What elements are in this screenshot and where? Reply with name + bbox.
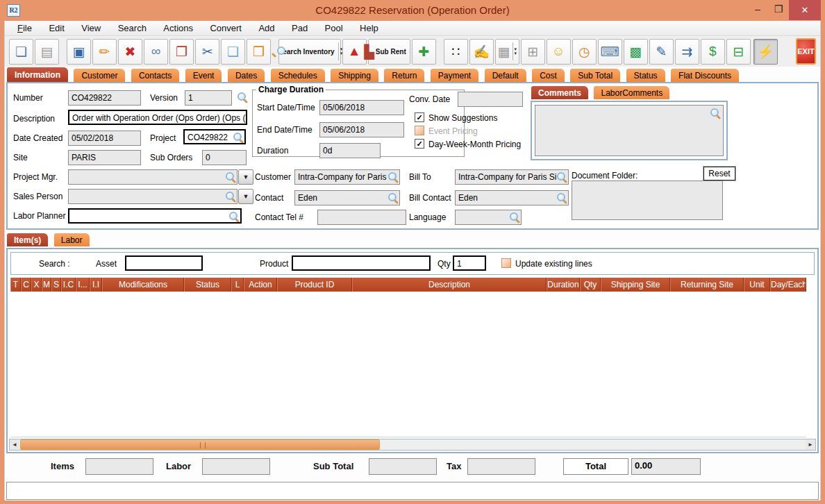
menu-pad[interactable]: Pad	[285, 21, 315, 36]
calendar-button[interactable]: ▦ ▾▾	[495, 39, 519, 65]
horizontal-scrollbar[interactable]: ◄ ►	[9, 439, 816, 451]
items-grid-body[interactable]	[10, 292, 806, 437]
project-mgr-lookup-icon[interactable]	[225, 171, 236, 183]
menu-view[interactable]: View	[74, 21, 108, 36]
calendar-dropdown[interactable]: ▾▾	[512, 42, 517, 60]
update-existing-checkbox[interactable]	[501, 258, 511, 268]
qty-input[interactable]: 1	[453, 255, 486, 271]
col-returning-site[interactable]: Returning Site	[670, 278, 744, 292]
feedback-button[interactable]: ☺	[547, 39, 571, 65]
col-day-each[interactable]: Day/Each	[770, 278, 806, 292]
dwm-pricing-checkbox[interactable]: ✓	[415, 139, 424, 149]
menu-actions[interactable]: Actions	[156, 21, 200, 36]
add-line-button[interactable]: ✚	[412, 39, 436, 65]
notes-button[interactable]: ✍	[469, 39, 494, 65]
bill-contact-lookup-icon[interactable]	[556, 192, 567, 203]
hierarchy-button[interactable]: ⊞	[521, 39, 545, 65]
language-lookup-icon[interactable]	[509, 212, 520, 223]
tab-labor-comments[interactable]: LaborComments	[593, 85, 670, 99]
col-status[interactable]: Status	[184, 278, 231, 292]
sales-person-lookup-icon[interactable]	[225, 191, 236, 202]
exit-button[interactable]: EXIT	[796, 38, 816, 65]
document-folder-textarea[interactable]	[572, 180, 723, 220]
menu-file[interactable]: File	[10, 21, 39, 36]
delete-button[interactable]: ✖	[118, 39, 142, 65]
description-field[interactable]: Order with Operation Order (Ops Order) (…	[68, 110, 247, 125]
col-x[interactable]: X	[31, 278, 42, 292]
project-lookup-icon[interactable]	[233, 132, 244, 143]
col-modifications[interactable]: Modifications	[102, 278, 184, 292]
comments-lookup-icon[interactable]	[710, 108, 721, 119]
scrollbar-thumb[interactable]	[20, 439, 380, 450]
tab-schedules[interactable]: Schedules	[270, 68, 326, 82]
col-qty[interactable]: Qty	[580, 278, 601, 292]
cut-button[interactable]: ✂	[195, 39, 219, 65]
history-folder-button[interactable]: ◷	[572, 39, 597, 65]
bill-to-lookup-icon[interactable]	[556, 171, 567, 183]
contact-lookup-icon[interactable]	[388, 192, 399, 203]
find-button[interactable]: ∞	[144, 39, 168, 65]
tab-customer[interactable]: Customer	[73, 68, 126, 82]
save-button[interactable]: ▣	[67, 39, 91, 65]
maximize-button[interactable]: ❒	[768, 0, 789, 19]
comments-textarea[interactable]	[535, 105, 724, 156]
tab-status[interactable]: Status	[626, 68, 666, 82]
sales-person-dropdown[interactable]: ▼	[238, 189, 253, 204]
customer-lookup-icon[interactable]	[388, 171, 399, 183]
col-duration[interactable]: Duration	[547, 278, 580, 292]
col-description[interactable]: Description	[352, 278, 547, 292]
col-c[interactable]: C	[21, 278, 31, 292]
project-mgr-field[interactable]	[68, 169, 238, 185]
inventory-cubes-button[interactable]: ▩	[624, 39, 648, 65]
keyboard-button[interactable]: ⌨	[598, 39, 622, 65]
show-suggestions-checkbox[interactable]: ✓	[415, 112, 424, 122]
col-shipping-site[interactable]: Shipping Site	[601, 278, 670, 292]
col-action[interactable]: Action	[244, 278, 277, 292]
tab-shipping[interactable]: Shipping	[330, 68, 379, 82]
tab-return[interactable]: Return	[383, 68, 425, 82]
edit-button[interactable]: ✏	[92, 39, 117, 65]
total-button[interactable]: Total	[563, 458, 628, 475]
close-button[interactable]: ✕	[789, 0, 821, 20]
sales-person-field[interactable]	[68, 189, 238, 204]
sub-rent-button[interactable]: ▙ Sub Rent ▾▾	[368, 39, 410, 65]
pool-button[interactable]: ∷	[444, 39, 468, 65]
delivery-button[interactable]: ⊟	[726, 39, 751, 65]
tab-items[interactable]: Item(s)	[6, 233, 49, 246]
tab-sub-total[interactable]: Sub Total	[569, 68, 621, 82]
col-m[interactable]: M	[42, 278, 51, 292]
labor-planner-lookup-icon[interactable]	[228, 211, 240, 222]
print-button[interactable]: ▤	[35, 39, 59, 65]
customer-field[interactable]: Intra-Company for Paris Si	[294, 169, 400, 185]
convert-button[interactable]: ❐	[169, 39, 194, 65]
tab-default[interactable]: Default	[484, 68, 527, 82]
search-inventory-button[interactable]: Search Inventory ▾▾	[278, 39, 341, 65]
scroll-right-icon[interactable]: ►	[806, 439, 815, 450]
tab-contacts[interactable]: Contacts	[131, 68, 180, 82]
col-ii[interactable]: I.I	[90, 278, 102, 292]
menu-edit[interactable]: Edit	[42, 21, 71, 36]
tab-cost[interactable]: Cost	[531, 68, 565, 82]
labor-planner-field[interactable]	[68, 208, 242, 224]
menu-help[interactable]: Help	[353, 21, 385, 36]
language-field[interactable]	[455, 210, 522, 225]
bill-contact-field[interactable]: Eden	[455, 190, 569, 205]
tab-flat-discounts[interactable]: Flat Discounts	[670, 68, 740, 82]
edit-note-button[interactable]: ✎	[649, 39, 674, 65]
contact-field[interactable]: Eden	[294, 190, 400, 205]
col-unit[interactable]: Unit	[744, 278, 770, 292]
new-document-button[interactable]: ❏	[9, 39, 33, 65]
project-field[interactable]: CO429822	[183, 129, 246, 144]
tab-labor[interactable]: Labor	[53, 233, 90, 246]
quick-action-button[interactable]: ⚡	[753, 39, 778, 65]
version-lookup-icon[interactable]	[237, 92, 248, 103]
tab-information[interactable]: Information	[6, 67, 69, 82]
col-l[interactable]: L	[231, 278, 244, 292]
menu-add[interactable]: Add	[251, 21, 281, 36]
tab-comments[interactable]: Comments	[531, 85, 589, 99]
menu-pool[interactable]: Pool	[318, 21, 350, 36]
paste-button[interactable]: ❒	[247, 39, 271, 65]
scroll-left-icon[interactable]: ◄	[10, 439, 19, 450]
col-s[interactable]: S	[51, 278, 61, 292]
tab-dates[interactable]: Dates	[227, 68, 265, 82]
